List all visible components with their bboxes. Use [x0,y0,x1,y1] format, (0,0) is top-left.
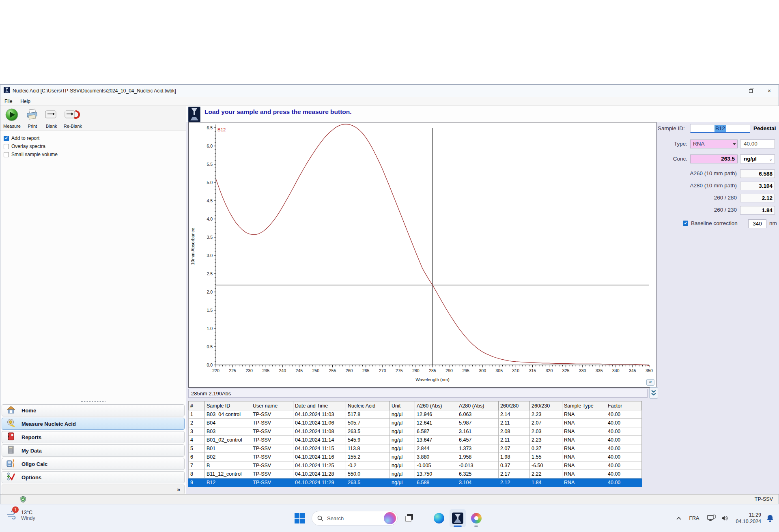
table-row[interactable]: 1B03_04 controlTP-SSV04.10.2024 11:03517… [189,410,642,419]
column-header[interactable]: # [189,401,205,410]
wind-icon: 1 [6,509,18,521]
edge-taskbar-button[interactable] [431,509,447,527]
overlay-spectra-checkbox[interactable] [4,144,9,149]
paint-taskbar-button[interactable] [468,509,484,527]
ratio-260-280-label: 260 / 280 [658,195,737,201]
overlay-spectra-option[interactable]: Overlay spectra [4,142,58,150]
type-dropdown[interactable]: RNA [690,139,738,148]
conc-field[interactable]: 263.5 [690,154,738,163]
svg-text:250: 250 [312,368,320,373]
hidden-icons-chevron[interactable] [676,517,682,520]
baseline-correction-checkbox[interactable] [683,221,688,226]
spectrum-chart[interactable]: 2202252302352402452502552602652702752802… [189,122,656,387]
sample-id-input[interactable]: B12 [690,124,750,133]
baseline-wavelength-field[interactable]: 340 [748,219,766,228]
minimize-button[interactable] [723,85,741,97]
table-expand-button[interactable] [649,387,658,399]
network-icon[interactable] [707,515,716,522]
app-status-bar: TP-SSV [0,494,779,504]
column-header[interactable]: A260 (Abs) [415,401,457,410]
column-header[interactable]: A280 (Abs) [457,401,499,410]
column-header[interactable]: User name [251,401,293,410]
table-cell: 04.10.2024 11:08 [293,427,346,436]
table-cell: RNA [562,478,606,487]
svg-text:220: 220 [212,368,219,373]
conc-label: Conc. [658,156,687,162]
blank-arrow-icon [44,108,59,123]
print-button[interactable]: Print [24,107,41,129]
table-cell: RNA [562,427,606,436]
language-indicator[interactable]: FRA [689,515,699,521]
titlebar[interactable]: Nucleic Acid [C:\Users\TP-SSV\Documents\… [0,85,779,97]
factor-field[interactable]: 40.00 [740,139,775,148]
table-row[interactable]: 2B04TP-SSV04.10.2024 11:06505.7ng/µl12.6… [189,419,642,427]
column-header[interactable]: 260/280 [499,401,530,410]
add-to-report-option[interactable]: Add to report [4,134,58,142]
nanodrop-app-icon [452,513,463,524]
table-cell: 04.10.2024 11:15 [293,444,346,453]
main-content: Load your sample and press the measure b… [186,106,779,494]
results-table: #Sample IDUser nameDate and TimeNucleic … [188,401,642,487]
chart-collapse-button[interactable]: « [646,379,654,386]
blank-button[interactable]: Blank [43,107,60,129]
sidebar-item-home[interactable]: Home [2,404,185,416]
table-row[interactable]: 5B01TP-SSV04.10.2024 11:15113.8ng/µl2.84… [189,444,642,453]
menu-file[interactable]: File [0,97,16,105]
column-header[interactable]: Factor [606,401,642,410]
menu-help[interactable]: Help [16,97,34,105]
table-cell: 2.844 [415,444,457,453]
task-view-button[interactable] [405,513,415,523]
copilot-icon[interactable] [384,512,396,524]
table-cell: TP-SSV [251,436,293,444]
search-box[interactable]: Search [312,511,398,526]
svg-text:270: 270 [379,368,386,373]
table-cell: 4 [189,436,205,444]
nav-collapse-bar[interactable]: » [2,485,185,494]
column-header[interactable]: Sample ID [205,401,251,410]
series-label: B12 [217,127,226,132]
table-cell: ng/µl [390,419,415,427]
restore-button[interactable] [741,85,760,97]
table-row[interactable]: 3B03TP-SSV04.10.2024 11:08263.5ng/µl6.58… [189,427,642,436]
ratio-260-230-value: 1.84 [740,206,775,215]
small-sample-volume-option[interactable]: Small sample volume [4,150,58,159]
table-cell: 3.880 [415,453,457,461]
column-header[interactable]: Date and Time [293,401,346,410]
reblank-button[interactable]: Re-Blank [62,107,83,129]
baseline-correction-label: Baseline correction [691,220,738,226]
paint-icon [471,513,482,523]
add-to-report-checkbox[interactable] [4,136,9,141]
column-header[interactable]: Sample Type [562,401,606,410]
table-cell: 6.587 [415,427,457,436]
sidebar-item-measure-nucleic-acid[interactable]: Measure Nucleic Acid [2,418,185,430]
table-row[interactable]: 7BTP-SSV04.10.2024 11:25-0.2ng/µl-0.005-… [189,461,642,470]
start-button[interactable] [295,513,305,523]
sidebar-item-reports[interactable]: Reports [2,431,185,443]
column-header[interactable]: 260/230 [530,401,562,410]
close-button[interactable]: × [760,85,779,97]
table-row[interactable]: 6B02TP-SSV04.10.2024 11:16155.2ng/µl3.88… [189,453,642,461]
column-header[interactable]: Unit [390,401,415,410]
table-row[interactable]: 4B01_02_controlTP-SSV04.10.2024 11:14545… [189,436,642,444]
speaker-icon[interactable] [721,515,729,522]
table-row[interactable]: 8B11_12_controlTP-SSV04.10.2024 11:28550… [189,470,642,478]
sidebar-item-options[interactable]: Options [2,471,185,483]
table-cell: 40.00 [606,461,642,470]
sidebar-item-my-data[interactable]: My Data [2,444,185,457]
weather-widget[interactable]: 1 13°C Windy [6,509,35,521]
tape-measure-icon [6,418,16,429]
edge-icon [434,513,444,523]
clock[interactable]: 11:29 04.10.2024 [736,512,761,525]
nanodrop-taskbar-button[interactable] [450,509,466,527]
sidebar-item-oligo-calc[interactable]: Oligo Calc [2,458,185,470]
notification-bell-icon[interactable] [766,514,774,523]
measure-button[interactable]: Measure [2,107,22,129]
app-icon [4,87,10,95]
nav-resize-handle[interactable] [81,401,105,403]
conc-unit-dropdown[interactable]: ng/µl ⌄ [740,154,775,163]
table-cell: RNA [562,436,606,444]
column-header[interactable]: Nucleic Acid [346,401,390,410]
table-row[interactable]: 9B12TP-SSV04.10.2024 11:29263.5ng/µl6.58… [189,478,642,487]
small-sample-volume-checkbox[interactable] [4,152,9,157]
ratio-260-280-value: 2.12 [740,194,775,202]
